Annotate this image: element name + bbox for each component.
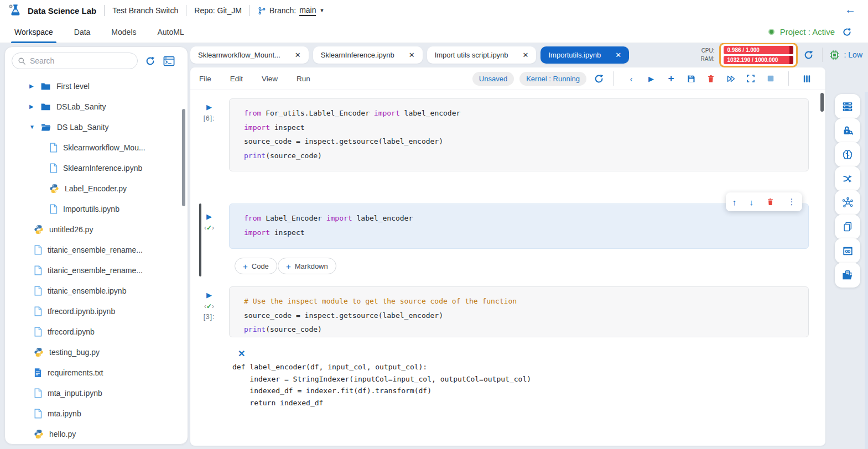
code-line: import inspect <box>244 121 808 135</box>
text-file-icon <box>34 368 42 378</box>
code-cell[interactable]: from For_utils.Lablel_Encoder import lab… <box>229 98 809 171</box>
server-rack-icon <box>841 101 854 113</box>
tree-item[interactable]: ▼DS Lab_Sanity <box>5 117 188 137</box>
add-cell-icon[interactable]: + <box>661 71 681 86</box>
code-cell-selected[interactable]: from Label_Encoder import label_encoderi… <box>229 203 809 249</box>
fullscreen-icon[interactable] <box>741 71 761 86</box>
run-cell-icon[interactable]: ▶ <box>206 291 212 300</box>
editor-tab[interactable]: Sklearnworkflow_Mount...✕ <box>190 46 309 64</box>
tree-item[interactable]: tfrecord.ipynb <box>5 321 188 342</box>
tree-item[interactable]: titanic_ensemble_rename... <box>5 239 188 260</box>
tree-item[interactable]: titanic_ensemble.ipynb <box>5 280 188 301</box>
more-options-icon[interactable]: ⋮ <box>787 197 796 207</box>
tree-item[interactable]: Label_Encoder.py <box>5 178 188 199</box>
tree-item[interactable]: ▶DSLab_Sanity <box>5 96 188 117</box>
columns-layout-icon[interactable] <box>797 71 817 86</box>
notebook-scrollbar[interactable] <box>820 93 824 112</box>
network-hub-button[interactable] <box>835 190 860 215</box>
open-folder-button[interactable] <box>835 263 860 288</box>
code-cell[interactable]: # Use the inspect module to get the sour… <box>229 286 809 337</box>
notebook-menubar: FileEditViewRun Unsaved Kernel : Running… <box>190 67 825 90</box>
shuffle-button[interactable] <box>835 166 860 191</box>
network-hub-icon <box>842 197 854 208</box>
nav-tab-models[interactable]: Models <box>111 21 136 43</box>
tree-item[interactable]: ▶First level <box>5 76 188 96</box>
back-arrow-icon[interactable]: ← <box>845 3 856 16</box>
editor-tab[interactable]: Import utils script.ipynb✕ <box>427 46 537 64</box>
lock-key-button[interactable] <box>835 118 860 143</box>
move-cell-up-icon[interactable]: ↑ <box>732 197 737 207</box>
tree-item[interactable]: titanic_ensemble_rename... <box>5 260 188 280</box>
menu-file[interactable]: File <box>199 75 211 83</box>
add-markdown-cell-button[interactable]: + Markdown <box>278 258 336 274</box>
clear-output-icon[interactable]: ✕ <box>238 348 245 359</box>
refresh-files-icon[interactable] <box>143 54 157 67</box>
window-scroll-strip <box>865 92 868 449</box>
tree-item[interactable]: hello.py <box>5 424 188 444</box>
stop-kernel-icon[interactable] <box>761 71 781 86</box>
tree-item[interactable]: Importutils.ipynb <box>5 199 188 219</box>
plus-icon: + <box>286 262 291 271</box>
nav-tab-workspace[interactable]: Workspace <box>14 21 53 43</box>
tree-item[interactable]: tfrecord.ipynb.ipynb <box>5 301 188 321</box>
delete-cell-icon[interactable] <box>701 71 721 86</box>
close-tab-icon[interactable]: ✕ <box>615 51 621 59</box>
editor-tab[interactable]: SklearnInference.ipynb✕ <box>313 46 423 64</box>
nav-tab-data[interactable]: Data <box>74 21 91 43</box>
cpu-chip-icon <box>829 50 840 60</box>
branch-selector[interactable]: Branch: main ▼ <box>258 6 325 16</box>
tree-item[interactable]: Sklearnworkflow_Mou... <box>5 137 188 158</box>
search-input[interactable] <box>30 56 118 65</box>
tree-item-label: mta.ipynb <box>48 409 81 418</box>
close-tab-icon[interactable]: ✕ <box>523 51 529 59</box>
search-icon <box>18 57 26 65</box>
save-icon[interactable] <box>681 71 701 86</box>
close-tab-icon[interactable]: ✕ <box>409 51 415 59</box>
file-icon <box>49 143 58 153</box>
refresh-kernel-icon[interactable] <box>592 72 605 85</box>
tree-item[interactable]: untitled26.py <box>5 219 188 239</box>
editor-tab[interactable]: Importutils.ipynb✕ <box>540 46 629 64</box>
nav-tab-automl[interactable]: AutoML <box>158 21 184 43</box>
terminal-panel-icon[interactable] <box>162 54 175 67</box>
caret-right-icon[interactable]: ▶ <box>29 103 35 109</box>
run-cell-icon[interactable]: ▶ <box>641 71 661 86</box>
add-code-cell-button[interactable]: + Code <box>235 258 277 274</box>
tree-item-label: titanic_ensemble.ipynb <box>48 286 126 295</box>
server-rack-button[interactable] <box>835 94 860 119</box>
tree-item-label: Sklearnworkflow_Mou... <box>63 143 145 152</box>
menu-run[interactable]: Run <box>297 75 310 83</box>
tree-item-label: DS Lab_Sanity <box>57 123 108 132</box>
run-cell-icon[interactable]: ▶ <box>206 103 212 112</box>
linked-window-button[interactable] <box>835 238 860 263</box>
menu-view[interactable]: View <box>262 75 278 83</box>
ram-usage-badge: 1032.190 / 1000.000 <box>724 56 793 64</box>
move-cell-down-icon[interactable]: ↓ <box>749 197 753 207</box>
copy-pages-button[interactable] <box>835 215 860 239</box>
tree-item-label: Label_Encoder.py <box>65 184 127 193</box>
tree-item[interactable]: testing_bug.py <box>5 342 188 362</box>
tree-item[interactable]: SklearnInference.ipynb <box>5 158 188 178</box>
search-box[interactable] <box>12 53 138 69</box>
tree-item[interactable]: requirements.txt <box>5 362 188 383</box>
close-tab-icon[interactable]: ✕ <box>295 51 301 59</box>
menu-edit[interactable]: Edit <box>230 75 243 83</box>
ml-brain-button[interactable] <box>835 142 860 167</box>
sidebar-scrollbar[interactable] <box>182 109 185 206</box>
caret-right-icon[interactable]: ▶ <box>29 83 35 89</box>
tree-item-label: Importutils.ipynb <box>63 205 119 213</box>
chevron-left-icon[interactable]: ‹ <box>621 71 641 86</box>
run-cell-icon[interactable]: ▶ <box>206 212 212 221</box>
tree-item[interactable]: mta.ipynb <box>5 403 188 424</box>
delete-cell-icon[interactable] <box>766 197 775 206</box>
tree-item-label: DSLab_Sanity <box>56 102 106 111</box>
refresh-project-icon[interactable] <box>840 25 854 39</box>
refresh-resources-icon[interactable] <box>802 48 815 61</box>
file-icon <box>49 204 58 214</box>
tree-item-label: mta_input.ipynb <box>48 389 102 398</box>
file-icon <box>34 388 42 398</box>
plus-icon: + <box>243 262 248 271</box>
tree-item[interactable]: mta_input.ipynb <box>5 383 188 403</box>
run-all-icon[interactable] <box>721 71 741 86</box>
caret-down-icon[interactable]: ▼ <box>29 124 35 130</box>
